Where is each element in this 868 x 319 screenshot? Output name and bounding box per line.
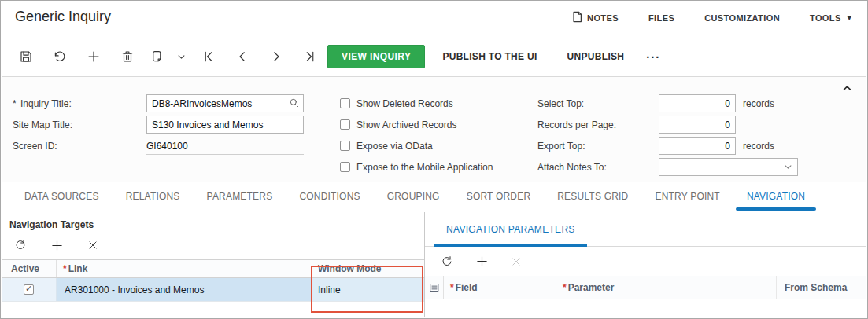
files-label: FILES [648, 13, 674, 23]
export-top-label: Export Top: [537, 141, 659, 152]
records-suffix: records [743, 98, 774, 109]
first-record-button[interactable] [191, 50, 225, 64]
site-map-title-label: Site Map Title: [13, 119, 146, 130]
screen-id-label: Screen ID: [13, 141, 146, 152]
collapse-panel-button[interactable] [842, 83, 852, 96]
delete-row-button-disabled [508, 256, 525, 267]
add-record-button[interactable] [76, 50, 110, 64]
previous-record-button[interactable] [225, 50, 259, 64]
notes-button[interactable]: NOTES [572, 11, 619, 24]
tab-strip: DATA SOURCES RELATIONS PARAMETERS CONDIT… [2, 182, 866, 211]
tab-navigation-parameters[interactable]: NAVIGATION PARAMETERS [434, 212, 587, 246]
tab-relations[interactable]: RELATIONS [113, 182, 194, 211]
column-header-window-mode[interactable]: Window Mode [312, 260, 424, 277]
show-archived-records-checkbox[interactable]: Show Archived Records [340, 116, 456, 134]
tab-navigation[interactable]: NAVIGATION [733, 182, 818, 211]
header-menu: NOTES FILES CUSTOMIZATION TOOLS ▼ [572, 11, 853, 24]
window-mode-cell[interactable]: Inline [312, 278, 424, 301]
tab-grouping[interactable]: GROUPING [374, 182, 453, 211]
checkbox-icon[interactable] [340, 141, 350, 151]
site-map-title-input[interactable] [146, 116, 304, 134]
expose-mobile-checkbox[interactable]: Expose to the Mobile Application [340, 158, 493, 176]
tab-entry-point[interactable]: ENTRY POINT [641, 182, 733, 211]
checkbox-icon[interactable] [340, 119, 350, 130]
table-row[interactable]: AR301000 - Invoices and Memos Inline [2, 278, 424, 302]
column-header-link[interactable]: *Link [57, 260, 312, 277]
refresh-button[interactable] [438, 255, 456, 268]
chevron-down-icon[interactable] [784, 163, 792, 174]
add-row-button[interactable] [48, 239, 65, 252]
column-header-field[interactable]: *Field [444, 276, 556, 299]
required-marker: * [63, 263, 67, 274]
next-record-button[interactable] [259, 50, 293, 64]
undo-button[interactable] [42, 50, 76, 64]
records-suffix: records [743, 141, 774, 152]
generic-inquiry-window: Generic Inquiry NOTES FILES CUSTOMIZATIO… [0, 0, 868, 319]
required-marker: * [13, 98, 17, 109]
expose-odata-checkbox[interactable]: Expose via OData [340, 137, 433, 155]
show-deleted-records-checkbox[interactable]: Show Deleted Records [340, 94, 453, 112]
required-marker: * [563, 282, 567, 293]
tab-sort-order[interactable]: SORT ORDER [453, 182, 545, 211]
export-top-input[interactable] [659, 137, 736, 155]
navigation-targets-title: Navigation Targets [2, 212, 424, 231]
delete-record-button[interactable] [110, 50, 144, 64]
note-icon [572, 11, 582, 24]
tools-label: TOOLS [810, 13, 841, 23]
column-header-from-schema[interactable]: From Schema [777, 276, 866, 299]
publish-to-ui-button[interactable]: PUBLISH TO THE UI [430, 45, 549, 68]
navigation-parameters-tabbar: NAVIGATION PARAMETERS [425, 212, 866, 247]
checkbox-icon[interactable] [340, 162, 350, 172]
delete-icon [120, 50, 135, 64]
main-toolbar: VIEW INQUIRY PUBLISH TO THE UI UNPUBLISH… [9, 42, 859, 72]
checkbox-label: Show Deleted Records [356, 98, 453, 109]
tools-menu-button[interactable]: TOOLS ▼ [810, 13, 853, 23]
active-cell[interactable] [2, 278, 57, 301]
row-settings-icon [430, 283, 439, 292]
next-record-icon [269, 50, 283, 64]
attach-notes-to-label: Attach Notes To: [537, 162, 659, 173]
checkbox-icon[interactable] [340, 98, 350, 108]
link-cell[interactable]: AR301000 - Invoices and Memos [57, 278, 312, 301]
customization-button[interactable]: CUSTOMIZATION [704, 13, 780, 23]
checkbox-label: Expose via OData [356, 141, 433, 152]
navigation-parameters-panel: NAVIGATION PARAMETERS *Field *Parameter … [424, 212, 866, 317]
attach-notes-to-input[interactable] [659, 158, 798, 176]
tab-results-grid[interactable]: RESULTS GRID [544, 182, 641, 211]
tab-data-sources[interactable]: DATA SOURCES [11, 182, 113, 211]
last-record-icon [303, 50, 317, 64]
add-row-button[interactable] [473, 255, 490, 268]
save-icon [19, 50, 33, 64]
add-icon [87, 50, 101, 64]
refresh-button[interactable] [12, 239, 29, 251]
tab-conditions[interactable]: CONDITIONS [286, 182, 373, 211]
column-header-parameter[interactable]: *Parameter [556, 276, 777, 299]
save-button[interactable] [9, 50, 42, 64]
inquiry-title-input[interactable] [146, 94, 304, 112]
page-title: Generic Inquiry [15, 9, 111, 25]
records-per-page-input[interactable] [659, 116, 736, 134]
checkbox-label: Expose to the Mobile Application [356, 162, 493, 173]
unpublish-button[interactable]: UNPUBLISH [555, 45, 637, 68]
select-top-input[interactable] [659, 94, 736, 112]
clipboard-button[interactable] [144, 50, 171, 64]
more-actions-button[interactable]: ··· [637, 50, 670, 64]
row-settings-column[interactable] [425, 276, 444, 299]
checkbox-checked-icon[interactable] [24, 284, 34, 295]
chevron-up-icon [842, 83, 852, 94]
close-icon [87, 240, 98, 251]
attach-notes-to-dropdown[interactable] [659, 158, 798, 176]
add-icon [475, 255, 489, 268]
view-inquiry-button[interactable]: VIEW INQUIRY [327, 45, 425, 68]
screen-id-value: GI640100 [146, 138, 304, 155]
navigation-parameters-toolbar [425, 247, 866, 276]
last-record-button[interactable] [293, 50, 327, 64]
tab-parameters[interactable]: PARAMETERS [194, 182, 286, 211]
delete-row-button[interactable] [84, 240, 102, 251]
files-button[interactable]: FILES [648, 13, 674, 23]
summary-form: * Inquiry Title: Site Map Title: Screen … [2, 76, 866, 182]
column-header-active[interactable]: Active [2, 260, 57, 277]
search-icon[interactable] [289, 97, 300, 111]
checkbox-label: Show Archived Records [356, 119, 456, 130]
clipboard-menu-button[interactable] [171, 53, 191, 61]
